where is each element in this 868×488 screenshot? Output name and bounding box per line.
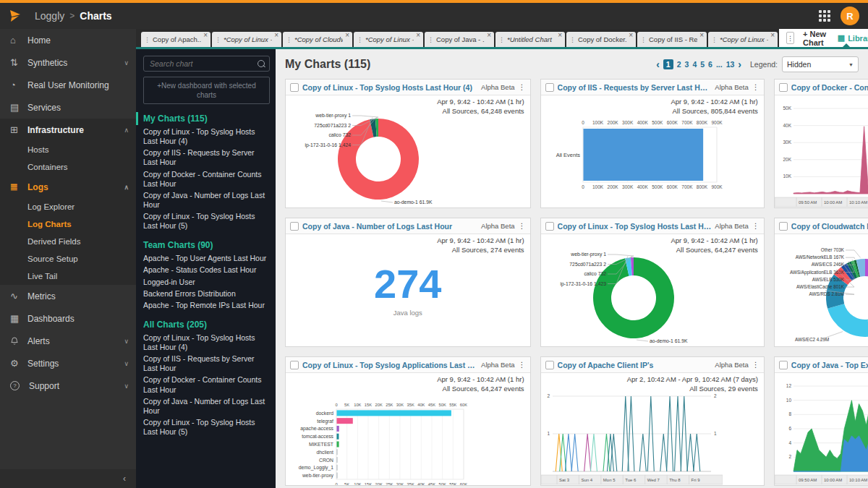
- sidebar-item-infrastructure[interactable]: ⊞Infrastructure∧: [0, 119, 136, 141]
- close-icon[interactable]: ×: [274, 32, 278, 39]
- close-icon[interactable]: ×: [770, 32, 775, 39]
- close-icon[interactable]: ×: [487, 32, 491, 39]
- chart-card-title[interactable]: Copy of Linux - Top Syslog Hosts Last Ho…: [302, 83, 477, 92]
- close-icon[interactable]: ×: [558, 32, 562, 39]
- chart-card-title[interactable]: Copy of Docker - Container Counts Last H…: [791, 83, 868, 92]
- chart-tab[interactable]: ⋮Copy of IIS - Re...×: [637, 32, 707, 47]
- chart-list-item[interactable]: Copy of Linux - Top Syslog Hosts Last Ho…: [143, 127, 270, 146]
- sidebar-item-home[interactable]: ⌂Home: [0, 29, 136, 51]
- main-area: My Charts (115) ‹123456...13› Legend: Hi…: [276, 49, 868, 488]
- avatar[interactable]: R: [841, 7, 859, 25]
- sidebar-item-metrics[interactable]: ∿Metrics: [0, 285, 136, 307]
- svg-text:50K: 50K: [439, 403, 446, 407]
- chart-list-item[interactable]: Copy of Java - Number of Logs Last Hour: [143, 191, 270, 210]
- sidebar-subitem-live-tail[interactable]: Live Tail: [0, 267, 136, 285]
- chart-tab[interactable]: ⋮*Copy of Linux -...×: [354, 32, 423, 47]
- chart-list-item[interactable]: Copy of Docker - Container Counts Last H…: [143, 170, 270, 189]
- chart-tab[interactable]: ⋮*Copy of Cloudw...×: [283, 32, 352, 47]
- pager-page[interactable]: 2: [677, 60, 681, 69]
- chart-card-title[interactable]: Copy of IIS - Requests by Server Last Ho…: [558, 83, 712, 92]
- chart-checkbox[interactable]: [290, 83, 299, 92]
- pager-page[interactable]: 13: [726, 60, 735, 69]
- close-icon[interactable]: ×: [416, 32, 420, 39]
- close-icon[interactable]: ×: [345, 32, 349, 39]
- chart-list-item[interactable]: Backend Errors Distribution: [143, 289, 270, 299]
- pager-page[interactable]: 4: [692, 60, 697, 69]
- chart-checkbox[interactable]: [779, 83, 788, 92]
- chart-list-item[interactable]: Copy of Linux - Top Syslog Hosts Last Ho…: [143, 418, 270, 437]
- chart-list-item[interactable]: Copy of IIS - Requests by Server Last Ho…: [143, 148, 270, 167]
- chart-checkbox[interactable]: [545, 83, 554, 92]
- chart-list-item[interactable]: Apache - Status Codes Last Hour: [143, 265, 270, 275]
- chart-tab[interactable]: ⋮*Copy of Linux - ...×: [212, 32, 281, 47]
- kebab-menu-icon[interactable]: ⋮: [752, 361, 760, 369]
- new-dashboard-button[interactable]: +New dashboard with selected charts: [143, 77, 270, 104]
- chart-list-item[interactable]: Copy of Linux - Top Syslog Hosts Last Ho…: [143, 212, 270, 231]
- sidebar-item-real-user-monitoring[interactable]: ◔Real User Monitoring: [0, 74, 136, 96]
- sidebar-item-services[interactable]: ▤Services: [0, 96, 136, 119]
- chart-tab[interactable]: ⋮Copy of Apach...×: [141, 32, 210, 47]
- svg-text:50K: 50K: [439, 482, 446, 485]
- chart-checkbox[interactable]: [779, 222, 788, 231]
- chart-list-item[interactable]: Apache - Top Remote IPs Last Hour: [143, 301, 270, 310]
- chart-checkbox[interactable]: [545, 361, 554, 369]
- chart-tab[interactable]: ⋮Copy of Docker...×: [566, 32, 636, 47]
- app-switcher-icon[interactable]: [819, 10, 830, 22]
- collapse-icon[interactable]: ‹: [123, 474, 126, 484]
- sidebar-collapse[interactable]: ‹: [0, 469, 136, 488]
- sidebar-subitem-hosts[interactable]: Hosts: [0, 141, 136, 158]
- chart-checkbox[interactable]: [779, 361, 788, 369]
- chart-checkbox[interactable]: [290, 361, 299, 369]
- new-chart-button[interactable]: + New Chart: [803, 30, 829, 47]
- kebab-menu-icon[interactable]: ⋮: [519, 361, 526, 369]
- chart-checkbox[interactable]: [290, 222, 299, 231]
- search-input[interactable]: [148, 59, 258, 69]
- sidebar-item-settings[interactable]: ⚙Settings∨: [0, 352, 136, 374]
- close-icon[interactable]: ×: [629, 32, 633, 39]
- chart-tab[interactable]: ⋮Copy of Java - ...×: [425, 32, 494, 47]
- chart-list-item[interactable]: Copy of Docker - Container Counts Last H…: [143, 375, 270, 394]
- chart-card-title[interactable]: Copy of Linux - Top Syslog Hosts Last Ho…: [558, 222, 712, 231]
- chart-tab[interactable]: ⋮*Copy of Linux -...×: [708, 32, 778, 47]
- pager-page[interactable]: 3: [685, 60, 689, 69]
- kebab-menu-icon[interactable]: ⋮: [752, 222, 760, 230]
- close-icon[interactable]: ×: [203, 32, 208, 39]
- library-button[interactable]: ▦Library: [838, 33, 868, 43]
- sidebar-subitem-containers[interactable]: Containers: [0, 158, 136, 176]
- sidebar-item-alerts[interactable]: Alerts∨: [0, 330, 136, 352]
- tab-overflow-button[interactable]: ⋮: [786, 32, 794, 44]
- chart-checkbox[interactable]: [545, 222, 554, 231]
- legend-dropdown[interactable]: Hidden ▼: [782, 56, 859, 72]
- sidebar-item-logs[interactable]: ≣Logs∧: [0, 176, 136, 198]
- kebab-menu-icon[interactable]: ⋮: [519, 222, 526, 230]
- brand-loggly[interactable]: Loggly: [35, 10, 64, 22]
- chart-list-item[interactable]: Apache - Top User Agents Last Hour: [143, 254, 270, 263]
- sidebar-item-support[interactable]: ?Support∨: [0, 374, 136, 397]
- kebab-menu-icon[interactable]: ⋮: [752, 83, 760, 91]
- pager-next-icon[interactable]: ›: [738, 59, 741, 69]
- chart-list-item[interactable]: Copy of IIS - Requests by Server Last Ho…: [143, 354, 270, 373]
- pager-page[interactable]: 5: [700, 60, 705, 69]
- pager-page[interactable]: 1: [663, 59, 673, 69]
- sidebar-subitem-log-explorer[interactable]: Log Explorer: [0, 198, 136, 215]
- pager-page[interactable]: 6: [708, 60, 712, 69]
- chart-card-title[interactable]: Copy of Cloudwatch Metrics - Logs By Nam…: [791, 222, 868, 231]
- chart-card-title[interactable]: Copy of Java - Number of Logs Last Hour: [302, 222, 477, 231]
- chart-list-item[interactable]: Logged-in User: [143, 278, 270, 287]
- chart-card-title[interactable]: Copy of Java - Top Exceptions Last Hour: [791, 361, 868, 369]
- chart-tab[interactable]: ⋮*Untitled Chart×: [495, 32, 565, 47]
- chart-list-item[interactable]: Copy of Java - Number of Logs Last Hour: [143, 397, 270, 416]
- sidebar-item-dashboards[interactable]: ▦Dashboards: [0, 307, 136, 330]
- close-icon[interactable]: ×: [699, 32, 704, 39]
- chart-list-item[interactable]: Copy of Linux - Top Syslog Hosts Last Ho…: [143, 333, 270, 352]
- chart-card-title[interactable]: Copy of Apache Client IP's: [558, 361, 712, 369]
- sidebar-subitem-source-setup[interactable]: Source Setup: [0, 250, 136, 267]
- chart-source: All Sources, 805,844 events: [671, 107, 757, 116]
- search-icon[interactable]: [258, 60, 265, 67]
- chart-card-title[interactable]: Copy of Linux - Top Syslog Applications …: [302, 361, 477, 369]
- kebab-menu-icon[interactable]: ⋮: [519, 83, 526, 91]
- sidebar-subitem-log-charts[interactable]: Log Charts: [0, 215, 136, 233]
- sidebar-subitem-derived-fields[interactable]: Derived Fields: [0, 233, 136, 250]
- sidebar-item-synthetics[interactable]: ⇅Synthetics∨: [0, 51, 136, 74]
- pager-prev-icon[interactable]: ‹: [656, 59, 660, 69]
